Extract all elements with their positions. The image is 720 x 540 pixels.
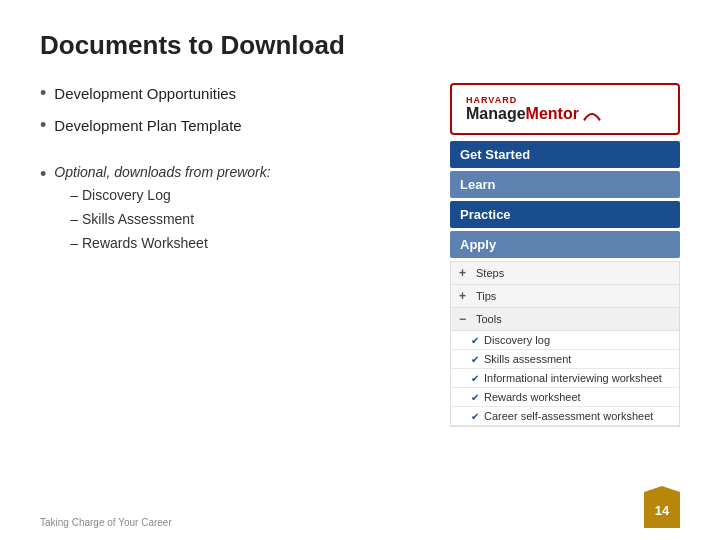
page-number-badge: 14 <box>644 492 680 528</box>
logo-harvard: HARVARD <box>466 95 517 105</box>
slide: Documents to Download • Development Oppo… <box>0 0 720 540</box>
sub-item-skills-assessment: Skills Assessment <box>70 208 270 232</box>
logo-brand: Manage Mentor <box>466 105 602 123</box>
bullet-dot: • <box>40 164 46 186</box>
bullet-dot: • <box>40 115 46 137</box>
tool-rewards-worksheet-label: Rewards worksheet <box>484 391 581 403</box>
optional-label: Optional, downloads from prework: <box>54 164 270 180</box>
nav-practice-button[interactable]: Practice <box>450 201 680 228</box>
section-tools[interactable]: Tools <box>451 308 679 331</box>
page-number: 14 <box>655 503 669 518</box>
section-steps-label: Steps <box>476 267 504 279</box>
sub-item-discovery-log: Discovery Log <box>70 184 270 208</box>
section-steps[interactable]: Steps <box>451 262 679 285</box>
tool-discovery-log-label: Discovery log <box>484 334 550 346</box>
tool-skills-assessment[interactable]: Skills assessment <box>451 350 679 369</box>
sub-item-rewards-worksheet: Rewards Worksheet <box>70 232 270 256</box>
footer: Taking Charge of Your Career 14 <box>40 492 680 528</box>
section-tips[interactable]: Tips <box>451 285 679 308</box>
right-panel: HARVARD Manage Mentor Get Started Learn … <box>450 83 680 427</box>
logo-area: HARVARD Manage Mentor <box>450 83 680 135</box>
tool-career-self-assessment-label: Career self-assessment worksheet <box>484 410 653 422</box>
content-area: • Development Opportunities • Developmen… <box>40 83 680 427</box>
sub-items: Discovery Log Skills Assessment Rewards … <box>70 184 270 255</box>
nav-get-started-button[interactable]: Get Started <box>450 141 680 168</box>
bullet-dot: • <box>40 83 46 105</box>
logo-arc-icon <box>582 106 602 122</box>
nav-learn-button[interactable]: Learn <box>450 171 680 198</box>
bullet-text: Development Plan Template <box>54 115 241 136</box>
tool-discovery-log[interactable]: Discovery log <box>451 331 679 350</box>
logo-manage: Manage <box>466 105 526 123</box>
bullet-development-plan: • Development Plan Template <box>40 115 430 137</box>
tool-skills-assessment-label: Skills assessment <box>484 353 571 365</box>
slide-title: Documents to Download <box>40 30 680 61</box>
tool-rewards-worksheet[interactable]: Rewards worksheet <box>451 388 679 407</box>
bullet-development-opportunities: • Development Opportunities <box>40 83 430 105</box>
section-tips-label: Tips <box>476 290 496 302</box>
left-panel: • Development Opportunities • Developmen… <box>40 83 450 427</box>
bullet-text: Development Opportunities <box>54 83 236 104</box>
tool-informational-interview-label: Informational interviewing worksheet <box>484 372 662 384</box>
footer-text: Taking Charge of Your Career <box>40 517 172 528</box>
section-tools-label: Tools <box>476 313 502 325</box>
tool-informational-interview[interactable]: Informational interviewing worksheet <box>451 369 679 388</box>
nav-sections: Steps Tips Tools Discovery log Skills as… <box>450 261 680 427</box>
nav-apply-button[interactable]: Apply <box>450 231 680 258</box>
bullet-optional: • Optional, downloads from prework: Disc… <box>40 164 430 255</box>
tool-career-self-assessment[interactable]: Career self-assessment worksheet <box>451 407 679 426</box>
logo-mentor: Mentor <box>526 105 579 123</box>
